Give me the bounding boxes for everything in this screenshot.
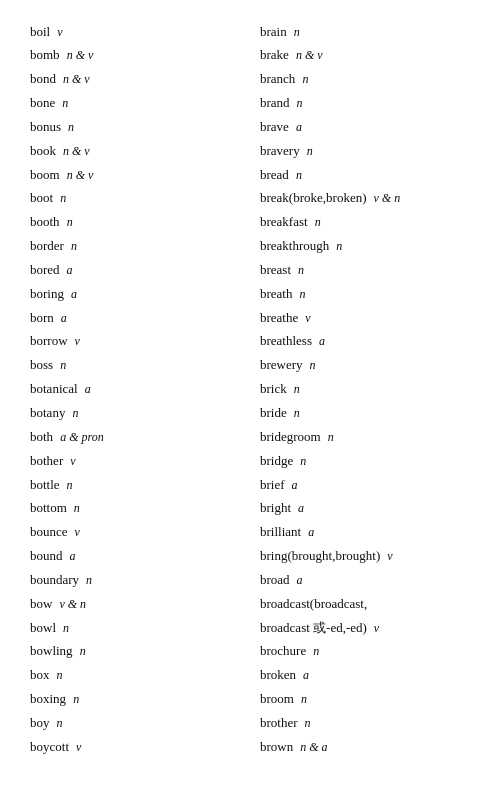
part-of-speech: v (54, 24, 62, 41)
word: both (30, 428, 53, 447)
list-item: bottle n (30, 473, 240, 497)
part-of-speech: a (300, 667, 309, 684)
part-of-speech: v (302, 310, 310, 327)
list-item: brilliant a (260, 521, 470, 545)
word: box (30, 666, 50, 685)
word: boil (30, 23, 50, 42)
list-item: bother v (30, 449, 240, 473)
list-item: bravery n (260, 139, 470, 163)
word: break(broke,broken) (260, 189, 366, 208)
word: bridegroom (260, 428, 321, 447)
part-of-speech: n (68, 238, 77, 255)
word: bound (30, 547, 63, 566)
part-of-speech: a & pron (57, 429, 104, 446)
list-item: broad a (260, 568, 470, 592)
list-item: bowl n (30, 616, 240, 640)
part-of-speech: n (325, 429, 334, 446)
list-item: breathless a (260, 330, 470, 354)
list-item: bring(brought,brought) v (260, 545, 470, 569)
word: boom (30, 166, 60, 185)
word: bridge (260, 452, 293, 471)
left-column: boil vbomb n & vbond n & vbone nbonus nb… (30, 20, 250, 759)
list-item: border n (30, 235, 240, 259)
list-item: bride n (260, 402, 470, 426)
part-of-speech: a (295, 500, 304, 517)
word: broadcast 或-ed,-ed) (260, 619, 367, 638)
part-of-speech: n (291, 381, 300, 398)
word: breast (260, 261, 291, 280)
part-of-speech: v (371, 620, 379, 637)
part-of-speech: n (294, 95, 303, 112)
word: botany (30, 404, 65, 423)
part-of-speech: a (305, 524, 314, 541)
list-item: boot n (30, 187, 240, 211)
word: bread (260, 166, 289, 185)
part-of-speech: n (69, 405, 78, 422)
part-of-speech: a (64, 262, 73, 279)
list-item: botany n (30, 402, 240, 426)
word: broadcast(broadcast, (260, 595, 367, 614)
word: brilliant (260, 523, 301, 542)
word: border (30, 237, 64, 256)
word: bone (30, 94, 55, 113)
part-of-speech: n (298, 691, 307, 708)
part-of-speech: v & n (370, 190, 400, 207)
part-of-speech: n & v (64, 47, 94, 64)
list-item: brave a (260, 115, 470, 139)
word: boss (30, 356, 53, 375)
word: brown (260, 738, 293, 757)
part-of-speech: v (72, 524, 80, 541)
word: bottle (30, 476, 60, 495)
part-of-speech: v (384, 548, 392, 565)
list-item: bone n (30, 92, 240, 116)
word: born (30, 309, 54, 328)
list-item: boycott v (30, 735, 240, 759)
part-of-speech: a (293, 119, 302, 136)
word: bowling (30, 642, 73, 661)
part-of-speech: a (294, 572, 303, 589)
word: bond (30, 70, 56, 89)
word: brewery (260, 356, 303, 375)
word: boring (30, 285, 64, 304)
part-of-speech: n (295, 262, 304, 279)
part-of-speech: a (316, 333, 325, 350)
list-item: bridge n (260, 449, 470, 473)
word: bowl (30, 619, 56, 638)
part-of-speech: n (54, 715, 63, 732)
list-item: bright a (260, 497, 470, 521)
word: brave (260, 118, 289, 137)
list-item: boxing n (30, 688, 240, 712)
list-item: boundary n (30, 568, 240, 592)
part-of-speech: a (67, 548, 76, 565)
word: bride (260, 404, 287, 423)
part-of-speech: n (65, 119, 74, 136)
part-of-speech: n (312, 214, 321, 231)
list-item: bond n & v (30, 68, 240, 92)
word: boot (30, 189, 53, 208)
list-item: boil v (30, 20, 240, 44)
word: breathless (260, 332, 312, 351)
list-item: broadcast 或-ed,-ed) v (260, 616, 470, 640)
list-item: brand n (260, 92, 470, 116)
part-of-speech: v (73, 739, 81, 756)
part-of-speech: v (72, 333, 80, 350)
part-of-speech: n (71, 500, 80, 517)
part-of-speech: n (310, 643, 319, 660)
word: breakfast (260, 213, 308, 232)
part-of-speech: n (59, 95, 68, 112)
list-item: breakthrough n (260, 235, 470, 259)
part-of-speech: a (68, 286, 77, 303)
list-item: brick n (260, 378, 470, 402)
list-item: bonus n (30, 115, 240, 139)
word: boycott (30, 738, 69, 757)
part-of-speech: n & v (60, 143, 90, 160)
list-item: brake n & v (260, 44, 470, 68)
word: bow (30, 595, 52, 614)
part-of-speech: n & v (64, 167, 94, 184)
list-item: boom n & v (30, 163, 240, 187)
part-of-speech: n & a (297, 739, 327, 756)
list-item: booth n (30, 211, 240, 235)
list-item: broom n (260, 688, 470, 712)
part-of-speech: n (70, 691, 79, 708)
word: breakthrough (260, 237, 329, 256)
